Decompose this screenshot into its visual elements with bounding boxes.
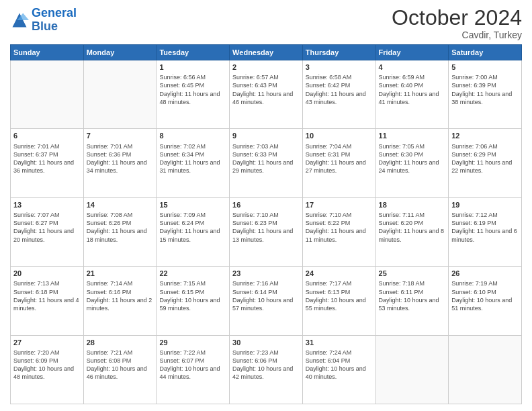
calendar-cell: 13Sunrise: 7:07 AM Sunset: 6:27 PM Dayli… — [11, 197, 84, 266]
day-info: Sunrise: 7:16 AM Sunset: 6:14 PM Dayligh… — [232, 279, 300, 312]
day-number: 9 — [232, 131, 300, 140]
calendar-cell: 14Sunrise: 7:08 AM Sunset: 6:26 PM Dayli… — [83, 197, 157, 266]
calendar-cell: 27Sunrise: 7:20 AM Sunset: 6:09 PM Dayli… — [11, 335, 84, 404]
calendar-cell: 16Sunrise: 7:10 AM Sunset: 6:23 PM Dayli… — [230, 197, 303, 266]
calendar-cell: 6Sunrise: 7:01 AM Sunset: 6:37 PM Daylig… — [11, 129, 84, 197]
day-info: Sunrise: 7:12 AM Sunset: 6:19 PM Dayligh… — [451, 211, 519, 244]
calendar-header-thursday: Thursday — [302, 45, 375, 60]
calendar-cell — [11, 60, 84, 129]
day-info: Sunrise: 7:22 AM Sunset: 6:07 PM Dayligh… — [159, 349, 226, 381]
day-number: 17 — [306, 200, 373, 210]
day-info: Sunrise: 7:09 AM Sunset: 6:24 PM Dayligh… — [159, 211, 226, 244]
day-number: 2 — [232, 62, 300, 72]
day-number: 18 — [379, 200, 446, 210]
day-number: 7 — [87, 131, 154, 140]
page: General Blue October 2024 Cavdir, Turkey… — [0, 0, 532, 411]
day-info: Sunrise: 7:24 AM Sunset: 6:04 PM Dayligh… — [306, 349, 373, 381]
day-info: Sunrise: 7:00 AM Sunset: 6:39 PM Dayligh… — [451, 73, 519, 106]
day-number: 3 — [306, 62, 373, 72]
day-number: 16 — [232, 200, 300, 210]
calendar-cell: 7Sunrise: 7:01 AM Sunset: 6:36 PM Daylig… — [83, 129, 157, 197]
calendar-cell: 3Sunrise: 6:58 AM Sunset: 6:42 PM Daylig… — [302, 60, 375, 129]
calendar-header-wednesday: Wednesday — [230, 45, 303, 60]
day-info: Sunrise: 6:59 AM Sunset: 6:40 PM Dayligh… — [379, 73, 446, 106]
calendar-cell: 9Sunrise: 7:03 AM Sunset: 6:33 PM Daylig… — [230, 129, 303, 197]
day-number: 12 — [451, 131, 519, 140]
calendar-cell: 25Sunrise: 7:18 AM Sunset: 6:11 PM Dayli… — [375, 267, 449, 335]
calendar-cell: 20Sunrise: 7:13 AM Sunset: 6:18 PM Dayli… — [11, 267, 84, 335]
day-info: Sunrise: 7:14 AM Sunset: 6:16 PM Dayligh… — [87, 279, 154, 312]
calendar-cell: 29Sunrise: 7:22 AM Sunset: 6:07 PM Dayli… — [157, 335, 230, 404]
day-number: 1 — [159, 62, 226, 72]
day-info: Sunrise: 7:04 AM Sunset: 6:31 PM Dayligh… — [306, 142, 373, 175]
title-area: October 2024 Cavdir, Turkey — [392, 7, 522, 40]
day-number: 27 — [13, 338, 81, 347]
day-info: Sunrise: 7:18 AM Sunset: 6:11 PM Dayligh… — [379, 279, 446, 312]
calendar-cell: 22Sunrise: 7:15 AM Sunset: 6:15 PM Dayli… — [157, 267, 230, 335]
day-number: 13 — [13, 200, 81, 210]
day-info: Sunrise: 7:03 AM Sunset: 6:33 PM Dayligh… — [232, 142, 300, 175]
calendar-cell: 8Sunrise: 7:02 AM Sunset: 6:34 PM Daylig… — [157, 129, 230, 197]
day-number: 30 — [232, 338, 300, 347]
week-row-3: 13Sunrise: 7:07 AM Sunset: 6:27 PM Dayli… — [11, 197, 522, 266]
day-number: 23 — [232, 269, 300, 278]
calendar-cell: 28Sunrise: 7:21 AM Sunset: 6:08 PM Dayli… — [83, 335, 157, 404]
week-row-4: 20Sunrise: 7:13 AM Sunset: 6:18 PM Dayli… — [11, 267, 522, 335]
day-info: Sunrise: 7:15 AM Sunset: 6:15 PM Dayligh… — [159, 279, 226, 312]
logo-text: General Blue — [32, 7, 77, 34]
day-info: Sunrise: 7:13 AM Sunset: 6:18 PM Dayligh… — [13, 279, 81, 312]
calendar-table: SundayMondayTuesdayWednesdayThursdayFrid… — [10, 44, 522, 404]
day-number: 14 — [87, 200, 154, 210]
day-info: Sunrise: 7:20 AM Sunset: 6:09 PM Dayligh… — [13, 349, 81, 381]
day-number: 4 — [379, 62, 446, 72]
calendar-header-row: SundayMondayTuesdayWednesdayThursdayFrid… — [11, 45, 522, 60]
day-number: 31 — [306, 338, 373, 347]
header: General Blue October 2024 Cavdir, Turkey — [10, 7, 522, 40]
day-info: Sunrise: 7:23 AM Sunset: 6:06 PM Dayligh… — [232, 349, 300, 381]
calendar-cell: 1Sunrise: 6:56 AM Sunset: 6:45 PM Daylig… — [157, 60, 230, 129]
day-info: Sunrise: 6:58 AM Sunset: 6:42 PM Dayligh… — [306, 73, 373, 106]
day-number: 8 — [159, 131, 226, 140]
day-info: Sunrise: 7:08 AM Sunset: 6:26 PM Dayligh… — [87, 211, 154, 244]
day-number: 24 — [306, 269, 373, 278]
day-number: 22 — [159, 269, 226, 278]
calendar-cell: 4Sunrise: 6:59 AM Sunset: 6:40 PM Daylig… — [375, 60, 449, 129]
day-info: Sunrise: 7:19 AM Sunset: 6:10 PM Dayligh… — [451, 279, 519, 312]
day-info: Sunrise: 6:56 AM Sunset: 6:45 PM Dayligh… — [159, 73, 226, 106]
day-info: Sunrise: 7:10 AM Sunset: 6:22 PM Dayligh… — [306, 211, 373, 244]
day-info: Sunrise: 6:57 AM Sunset: 6:43 PM Dayligh… — [232, 73, 300, 106]
day-number: 11 — [379, 131, 446, 140]
day-info: Sunrise: 7:05 AM Sunset: 6:30 PM Dayligh… — [379, 142, 446, 175]
day-info: Sunrise: 7:11 AM Sunset: 6:20 PM Dayligh… — [379, 211, 446, 244]
day-number: 28 — [87, 338, 154, 347]
day-info: Sunrise: 7:01 AM Sunset: 6:37 PM Dayligh… — [13, 142, 81, 175]
location: Cavdir, Turkey — [392, 30, 522, 40]
day-number: 6 — [13, 131, 81, 140]
calendar-cell: 23Sunrise: 7:16 AM Sunset: 6:14 PM Dayli… — [230, 267, 303, 335]
calendar-cell: 11Sunrise: 7:05 AM Sunset: 6:30 PM Dayli… — [375, 129, 449, 197]
logo-icon — [10, 11, 29, 30]
calendar-cell: 12Sunrise: 7:06 AM Sunset: 6:29 PM Dayli… — [449, 129, 522, 197]
day-number: 5 — [451, 62, 519, 72]
day-info: Sunrise: 7:06 AM Sunset: 6:29 PM Dayligh… — [451, 142, 519, 175]
calendar-header-sunday: Sunday — [11, 45, 84, 60]
calendar-cell: 15Sunrise: 7:09 AM Sunset: 6:24 PM Dayli… — [157, 197, 230, 266]
calendar-cell: 2Sunrise: 6:57 AM Sunset: 6:43 PM Daylig… — [230, 60, 303, 129]
week-row-5: 27Sunrise: 7:20 AM Sunset: 6:09 PM Dayli… — [11, 335, 522, 404]
day-info: Sunrise: 7:10 AM Sunset: 6:23 PM Dayligh… — [232, 211, 300, 244]
day-info: Sunrise: 7:07 AM Sunset: 6:27 PM Dayligh… — [13, 211, 81, 244]
calendar-cell: 17Sunrise: 7:10 AM Sunset: 6:22 PM Dayli… — [302, 197, 375, 266]
calendar-cell — [375, 335, 449, 404]
calendar-cell — [83, 60, 157, 129]
week-row-1: 1Sunrise: 6:56 AM Sunset: 6:45 PM Daylig… — [11, 60, 522, 129]
calendar-cell: 5Sunrise: 7:00 AM Sunset: 6:39 PM Daylig… — [449, 60, 522, 129]
calendar-cell: 19Sunrise: 7:12 AM Sunset: 6:19 PM Dayli… — [449, 197, 522, 266]
calendar-header-saturday: Saturday — [449, 45, 522, 60]
logo-line2: Blue — [32, 19, 58, 33]
calendar-cell: 31Sunrise: 7:24 AM Sunset: 6:04 PM Dayli… — [302, 335, 375, 404]
day-number: 25 — [379, 269, 446, 278]
month-title: October 2024 — [392, 7, 522, 28]
calendar-cell: 18Sunrise: 7:11 AM Sunset: 6:20 PM Dayli… — [375, 197, 449, 266]
calendar-cell: 26Sunrise: 7:19 AM Sunset: 6:10 PM Dayli… — [449, 267, 522, 335]
day-number: 26 — [451, 269, 519, 278]
